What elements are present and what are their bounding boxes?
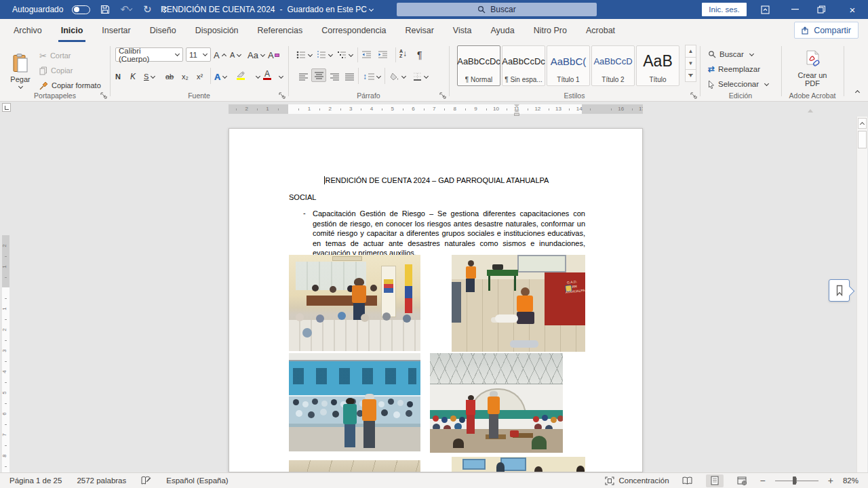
- tab-insertar[interactable]: Insertar: [100, 19, 132, 42]
- bold-button[interactable]: N: [115, 69, 121, 84]
- language-indicator[interactable]: Español (España): [166, 476, 228, 485]
- left-indent-marker[interactable]: [514, 113, 519, 116]
- save-icon[interactable]: [99, 3, 111, 16]
- chevron-down-icon[interactable]: [369, 6, 374, 11]
- decrease-indent-button[interactable]: [361, 47, 372, 62]
- italic-button[interactable]: K: [130, 69, 136, 84]
- word-count[interactable]: 2572 palabras: [77, 476, 126, 485]
- undo-icon[interactable]: ↶: [120, 3, 132, 16]
- styles-scroll-up-icon[interactable]: ▲: [685, 45, 696, 58]
- styles-dialog-launcher-icon[interactable]: [690, 92, 697, 99]
- scroll-up-icon[interactable]: [858, 118, 867, 129]
- focus-mode-button[interactable]: Concentración: [605, 476, 669, 485]
- document-heading[interactable]: RENDICIÓN DE CUENTA 2024 – GAD PARROQUIA…: [229, 176, 643, 184]
- restore-icon[interactable]: [811, 0, 831, 19]
- find-button[interactable]: Buscar: [708, 47, 754, 62]
- font-family-select[interactable]: Calibri (Cuerpo): [115, 47, 183, 62]
- zoom-in-icon[interactable]: +: [828, 475, 833, 486]
- shading-button[interactable]: [390, 69, 406, 84]
- shrink-font-button[interactable]: A: [230, 47, 241, 62]
- right-indent-marker[interactable]: [808, 109, 813, 113]
- highlight-dropdown-icon[interactable]: [256, 74, 260, 79]
- redo-icon[interactable]: ↻: [141, 3, 153, 16]
- strikethrough-button[interactable]: ab: [165, 69, 174, 84]
- close-icon[interactable]: ×: [842, 0, 863, 19]
- autosave-toggle[interactable]: [72, 5, 90, 14]
- vertical-ruler[interactable]: 1212345678910111213: [2, 235, 9, 472]
- horizontal-ruler[interactable]: 12312345678910111213141617: [229, 104, 643, 114]
- replace-button[interactable]: ⇄ Reemplazar: [708, 62, 760, 77]
- zoom-out-icon[interactable]: −: [760, 475, 766, 486]
- photo-cpr-training[interactable]: G.A.D. PARR ATAHUALPA: [452, 255, 585, 352]
- zoom-slider[interactable]: [775, 476, 818, 485]
- highlight-button[interactable]: [236, 68, 245, 83]
- font-size-select[interactable]: 11: [186, 47, 211, 62]
- body-paragraph[interactable]: Capacitación Gestión de Riesgo – Se gest…: [313, 209, 585, 258]
- format-painter-button[interactable]: Copiar formato: [39, 78, 101, 93]
- select-button[interactable]: Seleccionar: [708, 77, 769, 92]
- align-right-button[interactable]: [328, 69, 341, 84]
- font-color-button[interactable]: A: [263, 68, 271, 83]
- bullets-button[interactable]: [296, 47, 313, 62]
- style-title[interactable]: AaB Título: [636, 45, 679, 86]
- photo-partial-ceiling[interactable]: [289, 460, 420, 472]
- tab-referencias[interactable]: Referencias: [256, 19, 304, 42]
- tab-acrobat[interactable]: Acrobat: [585, 19, 616, 42]
- align-left-button[interactable]: [296, 69, 310, 84]
- superscript-button[interactable]: x²: [197, 69, 203, 84]
- photo-meeting-room[interactable]: [289, 255, 420, 351]
- styles-scroll-down-icon[interactable]: ▼: [685, 57, 696, 70]
- show-marks-button[interactable]: ¶: [417, 47, 422, 62]
- text-effects-button[interactable]: A: [214, 69, 227, 84]
- tab-inicio[interactable]: Inicio: [60, 19, 85, 42]
- line-spacing-button[interactable]: ↕: [363, 69, 381, 84]
- tab-vista[interactable]: Vista: [452, 19, 473, 42]
- paragraph-dialog-launcher-icon[interactable]: [439, 92, 446, 99]
- sign-in-button[interactable]: Inic. ses.: [702, 3, 747, 16]
- print-layout-button[interactable]: [706, 474, 724, 487]
- zoom-level[interactable]: 82%: [843, 476, 859, 485]
- clear-formatting-button[interactable]: A: [268, 47, 279, 62]
- photo-partial-classroom[interactable]: [452, 457, 585, 472]
- read-mode-button[interactable]: [679, 474, 696, 487]
- grow-font-button[interactable]: A: [214, 47, 226, 62]
- hanging-indent-marker[interactable]: [514, 109, 519, 113]
- search-input[interactable]: Buscar: [397, 3, 597, 16]
- style-no-spacing[interactable]: AaBbCcDc ¶ Sin espa...: [502, 45, 545, 86]
- collapse-ribbon-icon[interactable]: [855, 90, 860, 95]
- justify-button[interactable]: [342, 69, 356, 84]
- share-button[interactable]: Compartir: [794, 22, 859, 39]
- photo-covered-court[interactable]: [430, 353, 563, 453]
- page[interactable]: RENDICIÓN DE CUENTA 2024 – GAD PARROQUIA…: [229, 128, 643, 472]
- tab-correspondencia[interactable]: Correspondencia: [320, 19, 387, 42]
- tab-ayuda[interactable]: Ayuda: [489, 19, 515, 42]
- align-center-button[interactable]: [311, 68, 326, 82]
- first-line-indent-marker[interactable]: [514, 104, 519, 108]
- tab-selector[interactable]: [2, 103, 11, 112]
- tab-nitro-pro[interactable]: Nitro Pro: [532, 19, 568, 42]
- minimize-icon[interactable]: [785, 0, 805, 19]
- create-pdf-button[interactable]: Crear un PDF: [793, 46, 831, 91]
- multilevel-list-button[interactable]: [337, 47, 353, 62]
- web-layout-button[interactable]: [733, 474, 751, 487]
- increase-indent-button[interactable]: [378, 47, 388, 62]
- tab-diseno[interactable]: Diseño: [149, 19, 178, 42]
- ribbon-display-options-icon[interactable]: [755, 0, 775, 19]
- sort-button[interactable]: A Z ↓: [399, 46, 407, 61]
- photo-school-yard[interactable]: [289, 353, 420, 451]
- styles-gallery-more-icon[interactable]: ▼: [685, 69, 696, 82]
- style-heading2[interactable]: AaBbCcD Título 2: [591, 45, 635, 86]
- borders-button[interactable]: [413, 69, 429, 84]
- font-color-dropdown-icon[interactable]: [279, 74, 283, 79]
- clipboard-dialog-launcher-icon[interactable]: [100, 92, 107, 99]
- scrollbar-thumb[interactable]: [858, 131, 867, 148]
- bookmark-callout[interactable]: [829, 279, 850, 302]
- subscript-button[interactable]: x₂: [182, 69, 189, 84]
- page-indicator[interactable]: Página 1 de 25: [9, 476, 62, 485]
- tab-archivo[interactable]: Archivo: [12, 19, 43, 42]
- numbering-button[interactable]: [317, 47, 333, 62]
- proofing-icon[interactable]: [141, 476, 151, 485]
- paste-button[interactable]: Pegar: [5, 46, 35, 95]
- underline-button[interactable]: S: [144, 69, 155, 84]
- vertical-scrollbar[interactable]: [856, 117, 867, 472]
